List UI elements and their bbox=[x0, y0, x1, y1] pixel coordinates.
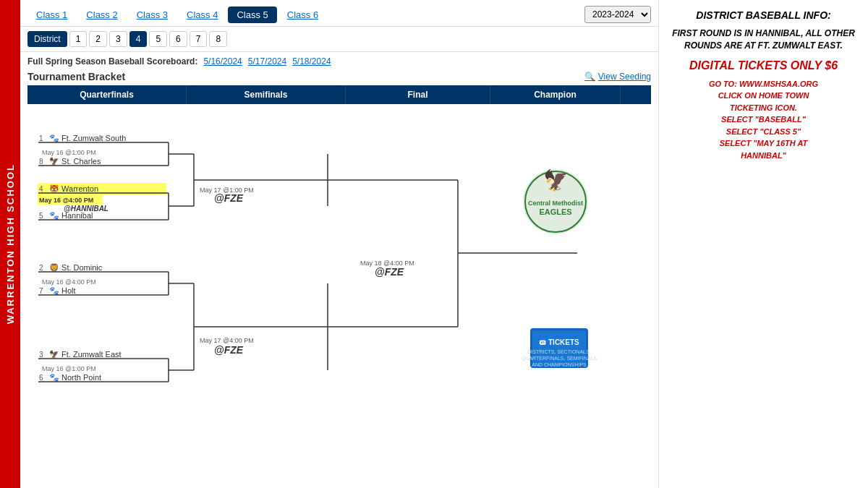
svg-text:🐾 Holt: 🐾 Holt bbox=[49, 286, 76, 296]
season-dropdown[interactable]: 2023-2024 bbox=[584, 6, 651, 23]
buy-line7: HANNIBAL" bbox=[666, 150, 861, 162]
buy-instructions: GO TO: WWW.MSHSAA.ORG CLICK ON HOME TOWN… bbox=[666, 78, 861, 162]
header-quarterfinals: Quarterfinals bbox=[27, 85, 187, 104]
score-date-3[interactable]: 5/18/2024 bbox=[292, 56, 331, 67]
sidebar: Warrenton High School bbox=[0, 0, 20, 488]
bracket-container: Quarterfinals Semifinals Final Champion … bbox=[20, 85, 658, 488]
district-1[interactable]: 1 bbox=[69, 31, 88, 47]
svg-text:6: 6 bbox=[39, 374, 43, 382]
svg-text:May 16 @4:00 PM: May 16 @4:00 PM bbox=[39, 197, 93, 204]
right-panel: DISTRICT BASEBALL INFO: FIRST ROUND IS I… bbox=[658, 0, 868, 488]
panel-title: DISTRICT BASEBALL INFO: bbox=[666, 9, 861, 22]
tab-class6[interactable]: Class 6 bbox=[278, 7, 327, 23]
buy-line1: GO TO: WWW.MSHSAA.ORG bbox=[666, 78, 861, 90]
district-2[interactable]: 2 bbox=[89, 31, 107, 47]
svg-text:May 16 @1:00 PM: May 16 @1:00 PM bbox=[42, 149, 96, 156]
svg-text:4: 4 bbox=[39, 185, 43, 193]
tab-class4[interactable]: Class 4 bbox=[178, 7, 226, 23]
svg-text:🎟 TICKETS: 🎟 TICKETS bbox=[539, 338, 579, 346]
svg-text:May 16 @1:00 PM: May 16 @1:00 PM bbox=[42, 365, 96, 372]
header-champion: Champion bbox=[490, 85, 621, 104]
buy-line3: TICKETING ICON. bbox=[666, 102, 861, 114]
district-4[interactable]: 4 bbox=[129, 31, 148, 47]
svg-text:Central Methodist: Central Methodist bbox=[528, 200, 583, 207]
svg-text:🦁 St. Dominic: 🦁 St. Dominic bbox=[49, 262, 103, 273]
svg-text:May 16 @4:00 PM: May 16 @4:00 PM bbox=[42, 278, 96, 286]
svg-text:🐾 Hannibal: 🐾 Hannibal bbox=[49, 210, 93, 221]
buy-line4: SELECT "BASEBALL" bbox=[666, 114, 861, 126]
bracket-column-headers: Quarterfinals Semifinals Final Champion bbox=[27, 85, 651, 104]
svg-text:May 17 @4:00 PM: May 17 @4:00 PM bbox=[200, 337, 254, 344]
tab-class3[interactable]: Class 3 bbox=[128, 7, 176, 23]
svg-text:AND CHAMPIONSHIPS: AND CHAMPIONSHIPS bbox=[532, 362, 587, 367]
svg-text:🦅 Ft. Zumwalt East: 🦅 Ft. Zumwalt East bbox=[49, 349, 122, 359]
svg-text:QUARTERFINALS, SEMIFINALS: QUARTERFINALS, SEMIFINALS bbox=[522, 356, 597, 361]
svg-text:🦅: 🦅 bbox=[543, 168, 569, 192]
svg-text:EAGLES: EAGLES bbox=[539, 207, 571, 216]
bracket-svg: 1 🐾 Ft. Zumwalt South May 16 @1:00 PM 8 … bbox=[27, 104, 621, 437]
district-nav: District 1 2 3 4 5 6 7 8 bbox=[20, 27, 658, 52]
tournament-title: Tournament Bracket bbox=[27, 71, 125, 82]
svg-text:2: 2 bbox=[39, 264, 43, 272]
svg-text:DISTRICTS, SECTIONALS,: DISTRICTS, SECTIONALS, bbox=[527, 349, 590, 354]
svg-text:5: 5 bbox=[39, 212, 43, 220]
svg-text:7: 7 bbox=[39, 287, 43, 295]
sidebar-label: Warrenton High School bbox=[5, 163, 16, 324]
svg-text:🐯 Warrenton: 🐯 Warrenton bbox=[49, 184, 98, 194]
buy-line6: SELECT "MAY 16TH AT bbox=[666, 137, 861, 150]
search-icon: 🔍 bbox=[584, 72, 595, 82]
district-3[interactable]: 3 bbox=[109, 31, 127, 47]
district-5[interactable]: 5 bbox=[149, 31, 167, 47]
svg-text:🐾 Ft. Zumwalt South: 🐾 Ft. Zumwalt South bbox=[49, 133, 126, 143]
svg-text:1: 1 bbox=[39, 134, 43, 142]
scoreboard-label: Full Spring Season Baseball Scoreboard: bbox=[27, 56, 197, 67]
district-label-btn[interactable]: District bbox=[27, 31, 67, 47]
score-date-2[interactable]: 5/17/2024 bbox=[248, 56, 286, 67]
svg-text:🐾 North Point: 🐾 North Point bbox=[49, 372, 101, 382]
svg-text:🦅 St. Charles: 🦅 St. Charles bbox=[49, 156, 101, 166]
district-8[interactable]: 8 bbox=[209, 31, 227, 47]
tab-class2[interactable]: Class 2 bbox=[77, 7, 126, 23]
tab-class5[interactable]: Class 5 bbox=[228, 7, 276, 23]
scoreboard-row: Full Spring Season Baseball Scoreboard: … bbox=[20, 52, 658, 68]
tickets-section: DIGITAL TICKETS ONLY $6 bbox=[666, 59, 861, 72]
svg-text:8: 8 bbox=[39, 158, 43, 166]
tournament-header: Tournament Bracket 🔍 View Seeding bbox=[20, 68, 658, 85]
svg-text:@FZE: @FZE bbox=[375, 266, 404, 278]
buy-line5: SELECT "CLASS 5" bbox=[666, 126, 861, 138]
view-seeding-link[interactable]: 🔍 View Seeding bbox=[584, 72, 651, 82]
svg-text:3: 3 bbox=[39, 351, 43, 359]
district-7[interactable]: 7 bbox=[190, 31, 208, 47]
score-date-1[interactable]: 5/16/2024 bbox=[203, 56, 242, 67]
panel-info: FIRST ROUND IS IN HANNIBAL, ALL OTHER RO… bbox=[666, 27, 861, 52]
tab-class1[interactable]: Class 1 bbox=[27, 7, 76, 23]
district-6[interactable]: 6 bbox=[169, 31, 187, 47]
svg-text:@FZE: @FZE bbox=[214, 192, 244, 204]
class-tabs-bar: Class 1 Class 2 Class 3 Class 4 Class 5 … bbox=[20, 0, 658, 27]
tickets-price: DIGITAL TICKETS ONLY $6 bbox=[666, 59, 861, 72]
main-content: Class 1 Class 2 Class 3 Class 4 Class 5 … bbox=[20, 0, 658, 488]
header-final: Final bbox=[346, 85, 490, 104]
svg-text:@FZE: @FZE bbox=[214, 344, 244, 356]
buy-line2: CLICK ON HOME TOWN bbox=[666, 90, 861, 102]
header-semifinals: Semifinals bbox=[187, 85, 346, 104]
